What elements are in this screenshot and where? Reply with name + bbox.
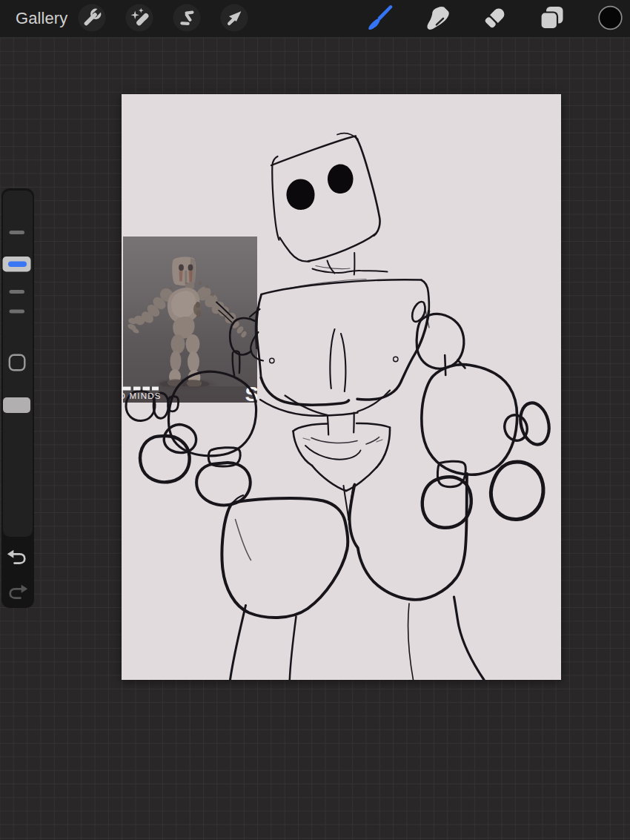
svg-text:O MINDS: O MINDS — [122, 391, 162, 400]
